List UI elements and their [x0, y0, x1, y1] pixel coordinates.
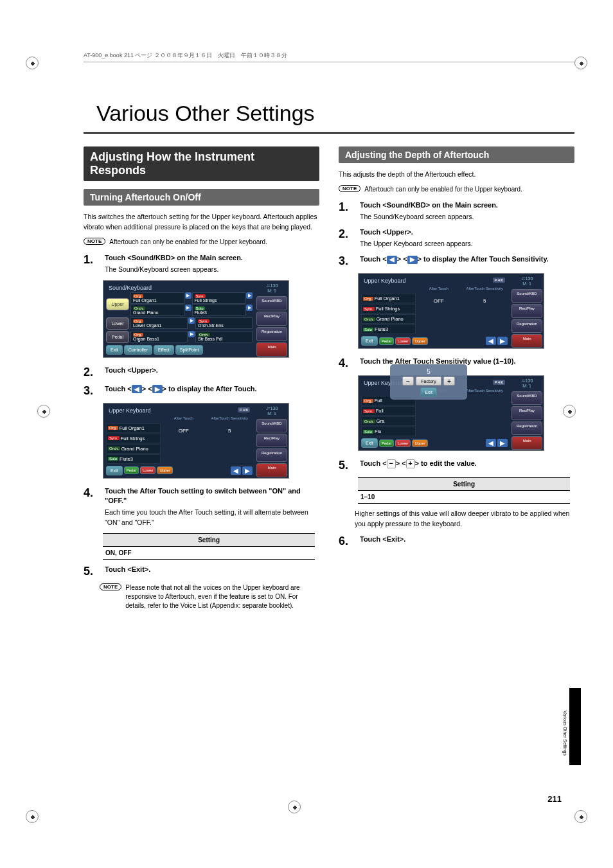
- left-arrow-icon[interactable]: ◀: [387, 256, 397, 264]
- table-cell: 1–10: [358, 491, 570, 504]
- main-button[interactable]: Main: [511, 436, 542, 450]
- voice-row[interactable]: Sym.Full Strings: [361, 304, 416, 314]
- screenshot-upper-keyboard: Upper KeyboardP.4/6 Org.Full Organ1 Sym.…: [103, 403, 289, 479]
- exit-button[interactable]: Exit: [361, 438, 378, 448]
- voice-cell[interactable]: SoloFlute3: [192, 305, 246, 316]
- upper-tab[interactable]: Upper: [412, 439, 427, 447]
- voice-cell[interactable]: Sym.Orch.Str.Ens: [195, 317, 253, 329]
- part-lower-button[interactable]: Lower: [106, 317, 129, 330]
- registration-button[interactable]: Registration: [511, 421, 542, 435]
- right-arrow-icon[interactable]: ▶: [242, 466, 253, 475]
- soundkbd-button[interactable]: Sound/KBD: [256, 296, 287, 310]
- title-underline: [84, 132, 574, 134]
- voice-cell[interactable]: Sym.Full Strings: [192, 292, 246, 304]
- right-arrow-icon[interactable]: ▶: [497, 439, 508, 447]
- part-upper-button[interactable]: Upper: [106, 298, 129, 310]
- main-button[interactable]: Main: [256, 342, 287, 357]
- play-icon[interactable]: ▶: [188, 331, 195, 337]
- voice-row[interactable]: Sym.Full Strings: [106, 434, 161, 443]
- factory-button[interactable]: Factory: [416, 376, 441, 385]
- col-value[interactable]: 5: [462, 292, 508, 304]
- left-arrow-icon[interactable]: ◀: [486, 439, 496, 447]
- chapter-tab: [569, 688, 581, 765]
- effect-button[interactable]: Effect: [154, 345, 174, 355]
- table-cell: ON, OFF: [103, 546, 315, 559]
- value-popup: 5 − Factory + Exit: [390, 364, 467, 400]
- voice-cell[interactable]: Orch.Str.Bass Pdl: [195, 331, 253, 342]
- lower-tab[interactable]: Lower: [395, 439, 411, 447]
- page-title: Various Other Settings: [96, 101, 574, 126]
- voice-row[interactable]: SoloFlute3: [106, 454, 161, 464]
- left-arrow-icon[interactable]: ◀: [486, 337, 496, 345]
- registration-button[interactable]: Registration: [256, 327, 287, 341]
- play-icon[interactable]: ▶: [246, 292, 253, 299]
- recplay-button[interactable]: Rec/Play: [511, 304, 542, 317]
- col-value[interactable]: OFF: [161, 421, 207, 434]
- recplay-button[interactable]: Rec/Play: [511, 406, 542, 420]
- voice-row[interactable]: Org.Full Organ1: [361, 294, 416, 303]
- plus-button[interactable]: +: [443, 376, 455, 385]
- step-desc: The Sound/Keyboard screen appears.: [360, 212, 574, 222]
- main-button[interactable]: Main: [511, 334, 542, 348]
- soundkbd-button[interactable]: Sound/KBD: [511, 391, 542, 405]
- voice-cell[interactable]: Orch.Grand Piano: [130, 305, 184, 316]
- soundkbd-button[interactable]: Sound/KBD: [256, 419, 287, 432]
- exit-button[interactable]: Exit: [106, 345, 123, 355]
- minus-button[interactable]: −: [402, 376, 414, 385]
- voice-row[interactable]: Org.Full Organ1: [106, 423, 161, 433]
- play-icon[interactable]: ▶: [185, 305, 191, 311]
- exit-button[interactable]: Exit: [106, 466, 123, 475]
- main-button[interactable]: Main: [256, 463, 287, 477]
- registration-button[interactable]: Registration: [256, 448, 287, 462]
- left-arrow-icon[interactable]: ◀: [231, 466, 241, 475]
- page-indicator: P.4/6: [493, 380, 505, 385]
- lower-tab[interactable]: Lower: [140, 466, 155, 474]
- step-title: Touch <Sound/KBD> on the Main screen.: [105, 253, 319, 263]
- minus-icon[interactable]: −: [387, 459, 396, 468]
- splitpoint-button[interactable]: SplitPoint: [175, 345, 204, 355]
- right-arrow-icon[interactable]: ▶: [407, 256, 418, 264]
- subsection-heading: Adjusting the Depth of Aftertouch: [339, 146, 574, 163]
- right-arrow-icon[interactable]: ▶: [152, 385, 163, 393]
- play-icon[interactable]: ▶: [185, 292, 191, 299]
- recplay-button[interactable]: Rec/Play: [256, 312, 287, 326]
- voice-cell[interactable]: Org.Lower Organ1: [130, 317, 188, 329]
- controller-button[interactable]: Controller: [124, 345, 152, 355]
- voice-cell[interactable]: Org.Organ Bass1: [130, 331, 188, 342]
- left-arrow-icon[interactable]: ◀: [132, 385, 142, 393]
- note-text: Aftertouch can only be enabled for the U…: [109, 238, 267, 247]
- play-icon[interactable]: ▶: [246, 305, 253, 311]
- pedal-tab[interactable]: Pedal: [379, 439, 394, 447]
- upper-tab[interactable]: Upper: [412, 337, 427, 345]
- note-text: Aftertouch can only be enabled for the U…: [364, 185, 522, 194]
- header-metadata: AT-900_e.book 211 ページ ２００８年９月１６日 火曜日 午前１…: [84, 51, 574, 62]
- pedal-tab[interactable]: Pedal: [124, 466, 139, 474]
- voice-row[interactable]: Orch.Grand Piano: [106, 444, 161, 454]
- right-arrow-icon[interactable]: ▶: [497, 337, 508, 345]
- upper-tab[interactable]: Upper: [157, 466, 172, 474]
- voice-row[interactable]: SoloFlute3: [361, 324, 416, 334]
- chapter-tab-text: Various Other Settings: [563, 711, 567, 756]
- plus-icon[interactable]: +: [406, 459, 415, 468]
- step-number: 2.: [84, 366, 100, 379]
- col-value[interactable]: OFF: [416, 292, 462, 304]
- screen-title: Upper KeyboardP.4/6: [106, 406, 253, 415]
- voice-row[interactable]: Orch.Grand Piano: [361, 314, 416, 324]
- exit-button[interactable]: Exit: [361, 336, 378, 346]
- step-title: Touch <Exit>.: [105, 565, 319, 574]
- screenshot-upper-keyboard-sensitivity: Upper KeyboardP.4/6 Org.Full Organ1 Sym.…: [358, 273, 544, 349]
- post-text: Higher settings of this value will allow…: [355, 509, 574, 529]
- voice-cell[interactable]: Org.Full Organ1: [130, 292, 184, 304]
- registration-button[interactable]: Registration: [511, 319, 542, 333]
- popup-exit-button[interactable]: Exit: [420, 387, 437, 397]
- note-row: NOTE Aftertouch can only be enabled for …: [84, 238, 319, 247]
- col-value[interactable]: 5: [207, 421, 253, 434]
- pedal-tab[interactable]: Pedal: [379, 337, 394, 345]
- play-icon[interactable]: ▶: [188, 317, 195, 324]
- lower-tab[interactable]: Lower: [395, 337, 411, 345]
- part-pedal-button[interactable]: Pedal: [106, 331, 129, 343]
- recplay-button[interactable]: Rec/Play: [256, 434, 287, 447]
- soundkbd-button[interactable]: Sound/KBD: [511, 289, 542, 303]
- page-number: 211: [547, 794, 562, 804]
- voice-row: Orch.Gra: [361, 416, 416, 426]
